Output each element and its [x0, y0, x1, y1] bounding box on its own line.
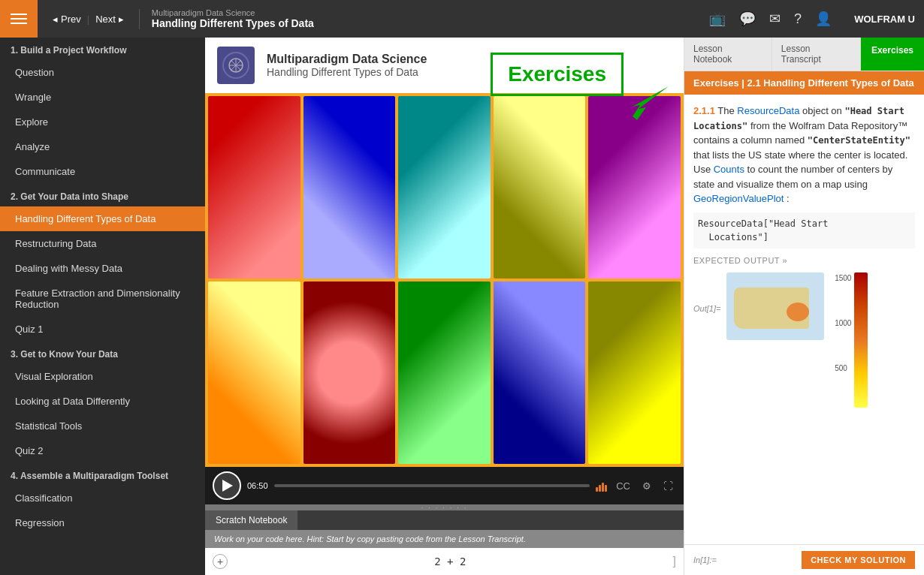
thumbnail-3 [398, 96, 491, 278]
sidebar-item-classification[interactable]: Classification [0, 486, 205, 510]
sidebar-item-quiz2[interactable]: Quiz 2 [0, 438, 205, 463]
panel-tabs: Lesson Notebook Lesson Transcript Exerci… [684, 38, 924, 71]
sidebar-item-communicate[interactable]: Communicate [0, 159, 205, 184]
timestamp: 06:50 [247, 481, 268, 490]
thumbnail-4 [494, 96, 586, 278]
user-icon-btn[interactable]: 👤 [811, 6, 836, 32]
scratch-area: Scratch Notebook Work on your code here.… [205, 510, 684, 575]
video-controls: 06:50 CC ⚙ ⛶ [205, 467, 684, 504]
thumbnails-grid [205, 93, 684, 467]
wolfram-logo-icon [222, 52, 249, 79]
scale-label-500: 500 [835, 363, 851, 374]
tab-lesson-notebook[interactable]: Lesson Notebook [684, 38, 772, 71]
chat-icon-btn[interactable]: 💬 [735, 6, 760, 32]
volume-icon [596, 480, 607, 492]
sidebar-item-analyze[interactable]: Analyze [0, 134, 205, 159]
thumbnail-2 [303, 96, 396, 278]
sidebar-item-wrangle[interactable]: Wrangle [0, 85, 205, 110]
sidebar-item-quiz1[interactable]: Quiz 1 [0, 317, 205, 342]
resource-data-link[interactable]: ResourceData [737, 105, 799, 116]
fullscreen-button[interactable]: ⛶ [660, 479, 676, 493]
check-solution-button[interactable]: CHECK MY SOLUTION [802, 551, 915, 569]
video-course-name: Multiparadigm Data Science [267, 53, 427, 66]
right-panel: Lesson Notebook Lesson Transcript Exerci… [684, 38, 924, 575]
topbar-title: Multiparadigm Data Science Handling Diff… [140, 8, 705, 29]
play-button[interactable] [213, 471, 241, 500]
progress-bar[interactable] [274, 484, 590, 487]
page-title: Handling Different Types of Data [152, 17, 693, 29]
resize-handle[interactable]: · · · · · · · [205, 504, 684, 510]
sidebar-item-question[interactable]: Question [0, 60, 205, 85]
sidebar-section-4[interactable]: 4. Assemble a Multiparadigm Toolset [0, 463, 205, 486]
menu-button[interactable] [0, 0, 38, 38]
nav-arrows: ◂ Prev | Next ▸ [38, 9, 140, 29]
counts-link[interactable]: Counts [714, 164, 744, 175]
scratch-notebook-tab[interactable]: Scratch Notebook [205, 510, 297, 530]
broadcast-icon-btn[interactable]: 📺 [705, 6, 730, 32]
video-thumbnail: Multiparadigm Data Science Handling Diff… [205, 38, 684, 467]
scratch-hint: Work on your code here. Hint: Start by c… [205, 530, 684, 548]
color-bar [854, 272, 868, 408]
thumbnail-1 [208, 96, 300, 278]
add-cell-button[interactable]: + [213, 554, 228, 569]
hamburger-icon [11, 14, 27, 24]
code-input[interactable] [228, 552, 673, 570]
scratch-input-row: + ] [205, 548, 684, 575]
panel-header: Exercises | 2.1 Handling Different Types… [684, 71, 924, 95]
sidebar-section-2[interactable]: 2. Get Your Data into Shape [0, 184, 205, 206]
scale-labels: 1500 1000 500 [835, 272, 851, 408]
scale-label-1000: 1000 [835, 318, 851, 329]
exercises-arrow-icon [616, 79, 676, 124]
panel-footer: In[1]:= CHECK MY SOLUTION [684, 544, 924, 575]
expected-output-toggle[interactable]: EXPECTED OUTPUT » [693, 254, 915, 267]
settings-button[interactable]: ⚙ [639, 479, 654, 493]
code-block: ResourceData["Head Start Locations"] [693, 212, 915, 248]
sidebar-item-messy[interactable]: Dealing with Messy Data [0, 256, 205, 281]
thumbnail-6 [208, 281, 300, 464]
course-subtitle: Multiparadigm Data Science [152, 8, 693, 17]
prev-button[interactable]: ◂ Prev [47, 9, 87, 29]
snowflake-icon [227, 56, 245, 74]
sidebar-item-looking[interactable]: Looking at Data Differently [0, 389, 205, 414]
help-icon-btn[interactable]: ? [790, 7, 806, 32]
topbar: ◂ Prev | Next ▸ Multiparadigm Data Scien… [0, 0, 924, 38]
exercise-text-2: object on [802, 105, 844, 116]
sidebar-item-regression[interactable]: Regression [0, 510, 205, 535]
video-lesson-name: Handling Different Types of Data [267, 66, 427, 78]
sidebar-item-statistical[interactable]: Statistical Tools [0, 414, 205, 438]
center-state-code: "CenterStateEntity" [808, 135, 910, 146]
thumbnail-10 [588, 281, 681, 464]
play-icon [222, 480, 233, 492]
chevron-right-icon: ▸ [119, 14, 124, 25]
sidebar-item-visual[interactable]: Visual Exploration [0, 364, 205, 389]
next-button[interactable]: Next ▸ [89, 9, 130, 29]
wolfram-logo [217, 47, 255, 84]
content-area: Multiparadigm Data Science Handling Diff… [205, 38, 684, 575]
map-output-container: Out[1]= 1500 1000 500 [693, 272, 915, 408]
user-label[interactable]: WOLFRAM U [845, 14, 924, 25]
sidebar-item-feature[interactable]: Feature Extraction and Dimensionality Re… [0, 281, 205, 317]
exercise-text-1: The [717, 105, 737, 116]
thumbnail-7 [303, 281, 396, 464]
tab-exercises[interactable]: Exercises [861, 38, 924, 71]
sidebar-item-restructuring[interactable]: Restructuring Data [0, 231, 205, 256]
thumbnail-8 [398, 281, 491, 464]
geo-region-link[interactable]: GeoRegionValuePlot [693, 193, 784, 204]
cc-button[interactable]: CC [613, 479, 633, 493]
cell-bracket[interactable]: ] [673, 555, 676, 568]
video-header-bar: Multiparadigm Data Science Handling Diff… [205, 38, 684, 93]
in-label: In[1]:= [693, 555, 717, 564]
exercises-box: Exercises [491, 53, 624, 96]
video-wrapper: Multiparadigm Data Science Handling Diff… [205, 38, 684, 504]
sidebar-section-3[interactable]: 3. Get to Know Your Data [0, 342, 205, 364]
sidebar-section-1[interactable]: 1. Build a Project Workflow [0, 38, 205, 60]
sidebar-item-handling[interactable]: Handling Different Types of Data [0, 206, 205, 231]
message-icon-btn[interactable]: ✉ [765, 6, 785, 32]
out-label: Out[1]= [693, 272, 720, 408]
panel-content: 2.1.1 The ResourceData object on "Head S… [684, 95, 924, 544]
video-container: Multiparadigm Data Science Handling Diff… [205, 38, 684, 504]
main-layout: 1. Build a Project Workflow Question Wra… [0, 38, 924, 575]
map-visual [726, 272, 824, 340]
sidebar-item-explore[interactable]: Explore [0, 110, 205, 134]
tab-lesson-transcript[interactable]: Lesson Transcript [772, 38, 861, 71]
